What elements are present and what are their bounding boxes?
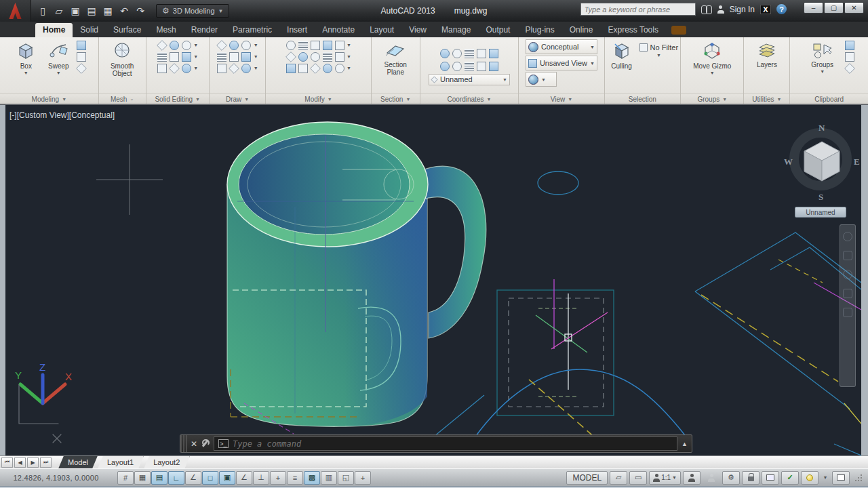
compass-north[interactable]: N — [818, 123, 825, 134]
isolate-objects-icon[interactable] — [762, 471, 779, 485]
section-plane-button[interactable]: Section Plane — [377, 39, 414, 76]
compass-south[interactable]: S — [818, 192, 823, 203]
tool-icon[interactable] — [169, 63, 180, 74]
toggle-grid-display[interactable]: ▤ — [151, 471, 167, 485]
toggle-object-snap-tracking[interactable]: ∠ — [236, 471, 252, 485]
ribbon-tab-online[interactable]: Online — [562, 23, 601, 37]
navigation-bar[interactable] — [840, 224, 856, 387]
tab-model[interactable]: Model — [58, 456, 98, 469]
toggle-ortho-mode[interactable]: ∟ — [168, 471, 184, 485]
toolbar-lock-icon[interactable] — [742, 471, 760, 485]
panel-label-utilities[interactable]: Utilities▼ — [744, 94, 789, 104]
toggle-selection-cycling[interactable]: ◱ — [338, 471, 354, 485]
showmotion-icon[interactable] — [843, 308, 852, 317]
panel-label-selection[interactable]: Selection — [605, 94, 681, 104]
autoscale-icon[interactable] — [703, 471, 720, 485]
panel-label-groups[interactable]: Groups▼ — [681, 94, 743, 104]
tool-icon[interactable] — [323, 41, 332, 50]
ribbon-tab-solid[interactable]: Solid — [73, 23, 106, 37]
named-view-dropdown[interactable]: Unsaved View ▼ — [526, 56, 597, 70]
tool-icon[interactable] — [311, 41, 320, 50]
workspace-gear-icon[interactable]: ⚙ — [722, 471, 740, 485]
chevron-down-icon[interactable]: ▼ — [254, 43, 258, 47]
ucs-named-dropdown[interactable]: Unnamed ▼ — [429, 74, 510, 85]
move-gizmo-dropdown[interactable]: Move Gizmo ▼ — [690, 39, 734, 75]
ribbon-tab-home[interactable]: Home — [35, 23, 73, 37]
command-prompt-icon[interactable]: >_ — [218, 439, 229, 448]
toggle-polar-tracking[interactable]: ∠ — [185, 471, 201, 485]
tool-icon[interactable] — [182, 52, 191, 62]
chevron-down-icon[interactable]: ▼ — [193, 54, 198, 59]
workspace-switcher[interactable]: ⚙ 3D Modeling ▼ — [156, 4, 229, 18]
save-as-icon[interactable]: ▤ — [85, 5, 98, 16]
ribbon-tab-parametric[interactable]: Parametric — [225, 23, 279, 37]
tool-icon[interactable] — [217, 64, 226, 73]
box-tool-button[interactable]: Box ▼ — [11, 39, 41, 75]
tool-icon[interactable] — [477, 49, 486, 58]
tool-icon[interactable] — [323, 64, 332, 73]
panel-label-solid-editing[interactable]: Solid Editing▼ — [146, 94, 209, 104]
tool-icon[interactable] — [286, 41, 296, 50]
layers-button[interactable]: Layers — [752, 39, 782, 68]
toggle-dynamic-input[interactable]: + — [270, 471, 286, 485]
tool-icon[interactable] — [335, 41, 344, 50]
redo-icon[interactable]: ↷ — [134, 5, 146, 16]
first-tab-icon[interactable]: ⏮ — [1, 458, 13, 468]
new-file-icon[interactable]: ▯ — [37, 5, 49, 16]
tab-layout1[interactable]: Layout1 — [98, 456, 144, 469]
ribbon-tab-manage[interactable]: Manage — [434, 23, 478, 37]
featured-apps-icon[interactable] — [671, 26, 686, 35]
viewcube-ucs-menu[interactable]: Unnamed — [795, 207, 846, 218]
hardware-acceleration-icon[interactable] — [801, 471, 818, 485]
clean-screen-icon[interactable] — [832, 471, 850, 485]
tool-icon[interactable] — [323, 52, 332, 62]
resize-grip[interactable] — [854, 474, 863, 482]
prev-tab-icon[interactable]: ◀ — [14, 458, 26, 468]
tool-icon[interactable] — [241, 52, 251, 62]
tool-icon[interactable] — [845, 41, 854, 50]
command-line-dock[interactable]: ✕ >_ ▲ — [180, 434, 692, 453]
open-file-icon[interactable]: ▱ — [53, 5, 65, 16]
tool-icon[interactable] — [77, 41, 86, 50]
maximize-button[interactable]: ▢ — [824, 2, 844, 14]
ribbon-tab-layout[interactable]: Layout — [362, 23, 401, 37]
tool-icon[interactable] — [452, 62, 462, 71]
ribbon-tab-plug-ins[interactable]: Plug-ins — [517, 23, 561, 37]
wrench-icon[interactable] — [201, 439, 210, 448]
close-button[interactable]: ✕ — [844, 2, 864, 14]
tool-icon[interactable] — [298, 64, 308, 73]
pan-icon[interactable] — [843, 251, 852, 260]
quick-view-drawings-icon[interactable]: ▭ — [629, 471, 647, 485]
tool-icon[interactable] — [465, 62, 474, 71]
annotation-scale-dropdown[interactable]: 1:1 ▼ — [649, 471, 681, 485]
tool-icon[interactable] — [477, 62, 486, 71]
tool-icon[interactable] — [216, 40, 227, 51]
zoom-icon[interactable] — [843, 270, 852, 279]
ribbon-tab-view[interactable]: View — [401, 23, 434, 37]
tool-icon[interactable] — [217, 52, 226, 62]
ribbon-tab-mesh[interactable]: Mesh — [149, 23, 183, 37]
toggle-snap-mode[interactable]: ▦ — [134, 471, 151, 485]
render-style-dropdown[interactable]: ▼ — [526, 72, 557, 87]
graphics-performance-icon[interactable]: ✓ — [781, 471, 799, 485]
tool-icon[interactable] — [335, 64, 344, 73]
chevron-down-icon[interactable]: ▼ — [254, 54, 258, 59]
groups-button[interactable]: Groups ▼ — [804, 39, 842, 74]
undo-icon[interactable]: ↶ — [118, 5, 130, 16]
tool-icon[interactable] — [440, 49, 450, 58]
search-icon[interactable] — [701, 5, 712, 13]
tool-icon[interactable] — [182, 64, 191, 73]
model-space-viewport[interactable]: [-][Custom View][Conceptual] — [5, 105, 861, 455]
tool-icon[interactable] — [310, 63, 321, 74]
viewport-controls-label[interactable]: [-][Custom View][Conceptual] — [9, 110, 115, 120]
exchange-apps-icon[interactable]: X — [760, 5, 771, 14]
tool-icon[interactable] — [170, 52, 179, 62]
ribbon-tab-express-tools[interactable]: Express Tools — [600, 23, 665, 37]
panel-label-modeling[interactable]: Modeling▼ — [0, 94, 98, 104]
toggle-quick-properties[interactable]: ▥ — [321, 471, 337, 485]
tool-icon[interactable] — [845, 52, 854, 62]
coordinate-readout[interactable]: 12.4826, 4.1903, 0.0000 — [0, 474, 112, 482]
selection-filter-dropdown[interactable]: No Filter — [639, 43, 679, 52]
ribbon-tab-output[interactable]: Output — [478, 23, 517, 37]
tool-icon[interactable] — [465, 49, 474, 58]
